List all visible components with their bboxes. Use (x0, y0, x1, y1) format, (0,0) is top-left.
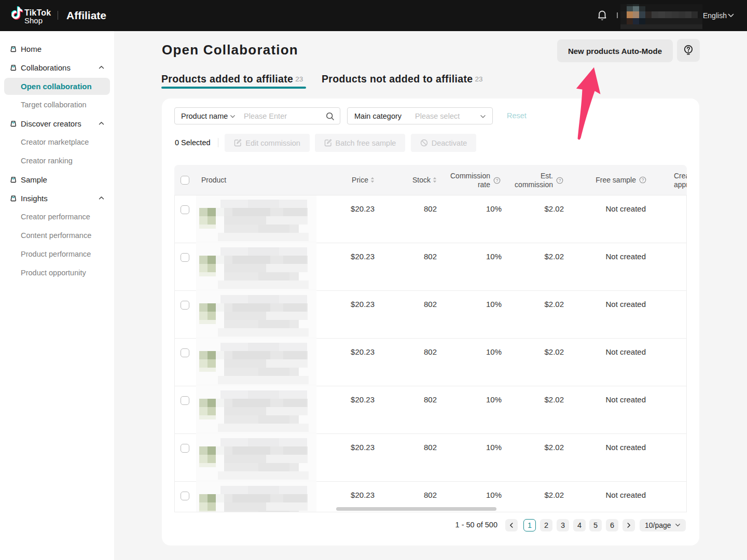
svg-text:?: ? (642, 177, 644, 183)
svg-text:?: ? (559, 177, 561, 183)
